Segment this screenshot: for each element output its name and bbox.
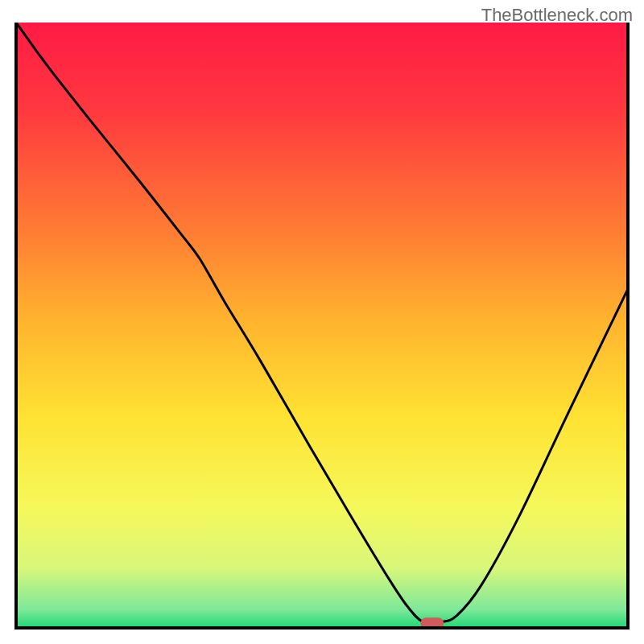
watermark-text: TheBottleneck.com	[481, 5, 633, 26]
bottleneck-chart	[0, 0, 644, 644]
chart-svg	[0, 0, 644, 644]
gradient-background	[16, 23, 628, 628]
